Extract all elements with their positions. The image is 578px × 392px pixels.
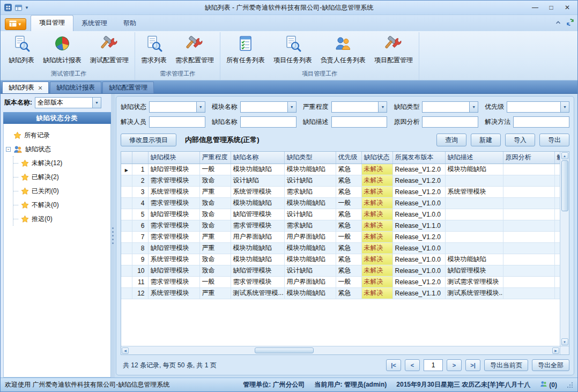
chevron-down-icon[interactable]: ▼: [287, 102, 296, 112]
import-button[interactable]: 导入: [505, 134, 535, 146]
page-number-input[interactable]: [424, 359, 443, 371]
chevron-down-icon[interactable]: ▼: [378, 102, 387, 112]
grid-col-defect-status[interactable]: 缺陷状态: [361, 152, 392, 164]
grid-row[interactable]: 10缺陷管理模块致命缺陷管理模块设计缺陷紧急未解决Release_V1.0.0缺…: [121, 265, 560, 276]
version-combo-input[interactable]: [35, 98, 92, 108]
grid-row[interactable]: 5缺陷管理模块致命缺陷管理模块设计缺陷紧急未解决Release_V1.0.0: [121, 209, 560, 220]
version-combo[interactable]: ▼: [35, 97, 101, 108]
grid-row[interactable]: ▶1缺陷管理模块一般模块功能缺陷模块功能缺陷紧急未解决Release_V1.2.…: [121, 164, 560, 175]
tree-item-all-records[interactable]: 所有记录: [6, 128, 108, 142]
ribbon-app-button[interactable]: ▼: [5, 18, 26, 30]
chevron-down-icon[interactable]: ▼: [560, 102, 569, 112]
doc-tab-defect-list[interactable]: 缺陷列表×: [2, 82, 49, 93]
grid-row[interactable]: 3系统管理模块严重系统管理模块需求缺陷紧急未解决Release_V1.2.0系统…: [121, 186, 560, 197]
chevron-down-icon[interactable]: ▼: [196, 102, 205, 112]
chevron-down-icon[interactable]: ▼: [469, 102, 478, 112]
grid-row[interactable]: 9系统管理模块致命模块功能缺陷模块功能缺陷紧急未解决Release_V1.0.0…: [121, 254, 560, 265]
hscroll-thumb[interactable]: [255, 347, 314, 353]
message-indicator[interactable]: (0): [540, 380, 557, 389]
export-all-button[interactable]: 导出全部: [532, 359, 569, 371]
priority-input[interactable]: [507, 102, 560, 112]
grid-row[interactable]: 2需求管理模块致命设计缺陷设计缺陷紧急未解决Release_V1.2.0: [121, 175, 560, 186]
close-icon[interactable]: ×: [38, 85, 42, 91]
vscroll-thumb[interactable]: [561, 160, 568, 211]
scroll-up-icon[interactable]: ▲: [561, 152, 568, 159]
close-button[interactable]: ✕: [559, 2, 575, 13]
scroll-down-icon[interactable]: ▼: [561, 338, 568, 345]
owner-tasks-button[interactable]: 负责人任务列表: [316, 32, 370, 66]
severity-input[interactable]: [332, 102, 379, 112]
defect-status-combo[interactable]: ▼: [149, 101, 205, 113]
export-button[interactable]: 导出: [539, 134, 569, 146]
refresh-icon[interactable]: [566, 18, 574, 28]
ribbon-tab-help[interactable]: 帮助: [115, 16, 144, 31]
defect-report-button[interactable]: 缺陷统计报表: [39, 32, 86, 66]
grid-row[interactable]: 7需求管理模块严重用户界面缺陷用户界面缺陷一般未解决Release_V1.2.0: [121, 231, 560, 242]
severity-combo[interactable]: ▼: [331, 101, 388, 113]
minimize-button[interactable]: —: [527, 2, 543, 13]
grid-col-cause-analysis[interactable]: 原因分析: [503, 152, 554, 164]
grid-col-severity[interactable]: 严重程度: [199, 152, 231, 164]
tree-item-wontfix[interactable]: 不解决(0): [13, 198, 108, 212]
doc-tab-defect-config[interactable]: 缺陷配置管理: [102, 82, 154, 93]
ribbon-tab-system-mgmt[interactable]: 系统管理: [73, 16, 115, 31]
grid-col-defect-desc[interactable]: 缺陷描述: [445, 152, 503, 164]
grid-col-solution[interactable]: 解决方法: [554, 152, 560, 164]
doc-tab-defect-report[interactable]: 缺陷统计报表: [50, 82, 101, 93]
chevron-up-icon[interactable]: [554, 19, 562, 27]
grid-row[interactable]: 4需求管理模块致命模块功能缺陷模块功能缺陷一般未解决Release_V1.0.0: [121, 197, 560, 209]
resize-grip-icon[interactable]: [567, 382, 573, 388]
grid-row[interactable]: 12系统管理模块严重测试系统管理模...模块功能缺陷紧急未解决Release_V…: [121, 287, 560, 299]
chevron-down-icon[interactable]: ▼: [92, 98, 101, 108]
grid-row[interactable]: 8缺陷管理模块严重模块功能缺陷模块功能缺陷紧急未解决Release_V1.0.0: [121, 242, 560, 254]
export-current-page-button[interactable]: 导出当前页: [484, 359, 528, 371]
splitter[interactable]: [111, 94, 115, 378]
tree-item-postponed[interactable]: 推迟(0): [13, 212, 108, 226]
collapse-icon[interactable]: -: [6, 147, 11, 152]
solution-input[interactable]: [513, 116, 569, 128]
grid-col-defect-name[interactable]: 缺陷名称: [231, 152, 284, 164]
defect-type-input[interactable]: [423, 102, 469, 112]
defect-status-input[interactable]: [150, 102, 196, 112]
scroll-right-icon[interactable]: ▶: [552, 347, 559, 354]
defect-desc-input[interactable]: [331, 116, 388, 128]
req-list-button[interactable]: 需求列表: [137, 32, 171, 66]
chevron-down-icon[interactable]: ▼: [25, 5, 29, 10]
ribbon-tab-project-mgmt[interactable]: 项目管理: [31, 15, 73, 31]
project-tasks-button[interactable]: 项目任务列表: [269, 32, 316, 66]
module-name-input[interactable]: [241, 102, 287, 112]
prev-page-button[interactable]: <: [405, 359, 420, 371]
defect-type-combo[interactable]: ▼: [422, 101, 478, 113]
grid-col-defect-type[interactable]: 缺陷类型: [284, 152, 336, 164]
next-page-button[interactable]: >: [447, 359, 462, 371]
tree-item-defect-status[interactable]: -缺陷状态: [6, 142, 108, 156]
test-config-button[interactable]: 测试配置管理: [86, 32, 133, 66]
module-name-combo[interactable]: ▼: [240, 101, 297, 113]
grid-layout-icon[interactable]: [14, 4, 23, 12]
first-page-button[interactable]: |<: [386, 359, 401, 371]
new-button[interactable]: 新建: [471, 134, 501, 146]
scroll-left-icon[interactable]: ◀: [122, 347, 129, 354]
resolver-input[interactable]: [149, 116, 205, 128]
defect-list-button[interactable]: 缺陷列表: [4, 32, 39, 66]
query-button[interactable]: 查询: [436, 134, 466, 146]
grid-col-priority[interactable]: 优先级: [336, 152, 361, 164]
grid-row[interactable]: 6需求管理模块致命需求管理模块需求缺陷紧急未解决Release_V1.1.0: [121, 220, 560, 231]
req-config-button[interactable]: 需求配置管理: [171, 32, 218, 66]
defect-name-input[interactable]: [240, 116, 297, 128]
tree-item-closed[interactable]: 已关闭(0): [13, 184, 108, 198]
cause-analysis-input[interactable]: [422, 116, 478, 128]
grid-row[interactable]: 11需求管理模块一般需求管理模块用户界面缺陷一般未解决Release_V1.2.…: [121, 276, 560, 287]
all-tasks-button[interactable]: 所有任务列表: [222, 32, 269, 66]
grid-col-release-version[interactable]: 所属发布版本: [392, 152, 445, 164]
modify-display-button[interactable]: 修改显示项目: [121, 134, 176, 146]
maximize-button[interactable]: □: [543, 2, 559, 13]
last-page-button[interactable]: >|: [465, 359, 480, 371]
horizontal-scrollbar[interactable]: ◀ ▶: [121, 346, 560, 354]
vertical-scrollbar[interactable]: ▲ ▼: [560, 152, 569, 346]
tree-item-unresolved[interactable]: 未解决(12): [13, 156, 108, 170]
priority-combo[interactable]: ▼: [507, 101, 569, 113]
grid-col-defect-module[interactable]: 缺陷模块: [148, 152, 199, 164]
project-config-button[interactable]: 项目配置管理: [370, 32, 417, 66]
tree-item-resolved[interactable]: 已解决(2): [13, 170, 108, 184]
